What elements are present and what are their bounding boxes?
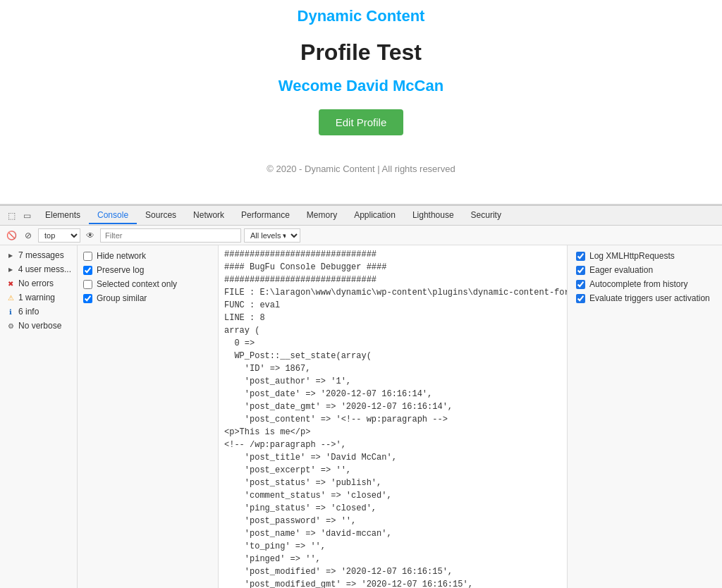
right-options-panel: Log XMLHttpRequests Eager evaluation Aut… — [567, 245, 722, 588]
console-line: 'post_date' => '2020-12-07 16:16:14', — [224, 388, 561, 400]
preserve-log-label: Preserve log — [97, 265, 144, 275]
selected-context-checkbox[interactable] — [83, 280, 92, 289]
tab-lighthouse[interactable]: Lighthouse — [404, 207, 463, 224]
console-line: 'post_excerpt' => '', — [224, 464, 561, 477]
gear-icon: ⚙ — [6, 321, 16, 331]
tab-memory[interactable]: Memory — [298, 207, 345, 224]
console-line: 'comment_status' => 'closed', — [224, 489, 561, 502]
context-selector[interactable]: top — [38, 228, 80, 243]
console-line: 'ID' => 1867, — [224, 362, 561, 375]
option-group-similar: Group similar — [83, 293, 212, 303]
edit-profile-button[interactable]: Edit Profile — [319, 109, 404, 135]
console-sidebar: ▶ 7 messages ▶ 4 user mess... ✖ No error… — [0, 245, 78, 588]
tab-console[interactable]: Console — [89, 207, 137, 224]
console-line: ############################## — [224, 274, 561, 286]
devtools-device-icon[interactable]: ▭ — [20, 209, 34, 223]
sidebar-item-info[interactable]: ℹ 6 info — [0, 305, 77, 319]
console-line: 0 => — [224, 337, 561, 350]
option-selected-context: Selected context only — [83, 279, 212, 289]
right-option-autocomplete: Autocomplete from history — [576, 279, 714, 289]
options-and-console: Hide network Preserve log Selected conte… — [78, 245, 722, 588]
triangle-icon: ▶ — [6, 264, 16, 274]
sidebar-user-messages-label: 4 user mess... — [18, 264, 71, 274]
tab-sources[interactable]: Sources — [137, 207, 185, 224]
sidebar-info-label: 6 info — [18, 307, 39, 317]
tab-application[interactable]: Application — [345, 207, 404, 224]
eye-icon[interactable]: 👁 — [83, 228, 97, 243]
sidebar-item-messages[interactable]: ▶ 7 messages — [0, 248, 77, 262]
console-line: 'post_name' => 'david-mccan', — [224, 527, 561, 540]
console-line: #### BugFu Console Debugger #### — [224, 261, 561, 274]
site-title: Dynamic Content — [298, 7, 425, 25]
tab-security[interactable]: Security — [463, 207, 510, 224]
sidebar-item-verbose[interactable]: ⚙ No verbose — [0, 319, 77, 333]
console-line: 'pinged' => '', — [224, 553, 561, 565]
footer-text: © 2020 - Dynamic Content | All rights re… — [267, 164, 455, 174]
error-icon: ✖ — [6, 278, 16, 288]
sidebar-item-errors[interactable]: ✖ No errors — [0, 276, 77, 290]
sidebar-item-user-messages[interactable]: ▶ 4 user mess... — [0, 262, 77, 276]
console-line: ############################## — [224, 248, 561, 261]
autocomplete-checkbox[interactable] — [576, 280, 585, 289]
group-similar-label: Group similar — [97, 293, 147, 303]
triangle-icon: ▶ — [6, 250, 16, 260]
console-line: 'post_author' => '1', — [224, 375, 561, 388]
info-icon: ℹ — [6, 307, 16, 317]
group-similar-checkbox[interactable] — [83, 294, 92, 303]
tab-elements[interactable]: Elements — [37, 207, 89, 224]
clear-console-icon[interactable]: 🚫 — [4, 228, 18, 243]
sidebar-item-warnings[interactable]: ⚠ 1 warning — [0, 290, 77, 305]
eager-eval-label: Eager evaluation — [589, 265, 653, 275]
console-line: array ( — [224, 324, 561, 337]
right-option-evaluate-triggers: Evaluate triggers user activation — [576, 293, 714, 303]
hide-network-label: Hide network — [97, 251, 146, 261]
website-preview: Dynamic Content Profile Test Wecome Davi… — [0, 0, 722, 204]
console-line: FILE : E:\laragon\www\dynamic\wp-content… — [224, 286, 561, 299]
devtools-inspect-icon[interactable]: ⬚ — [4, 209, 18, 223]
devtools-panel: ⬚ ▭ Elements Console Sources Network Per… — [0, 204, 722, 588]
tab-network[interactable]: Network — [185, 207, 233, 224]
console-with-right: ################################## BugFu… — [219, 245, 722, 588]
console-line: 'post_content' => '<!-- wp:paragraph --> — [224, 413, 561, 426]
console-line: 'post_status' => 'publish', — [224, 477, 561, 489]
console-line: 'post_date_gmt' => '2020-12-07 16:16:14'… — [224, 400, 561, 413]
log-xhr-label: Log XMLHttpRequests — [589, 251, 675, 261]
console-line: WP_Post::__set_state(array( — [224, 350, 561, 362]
filter-input[interactable] — [100, 228, 241, 243]
console-output[interactable]: ################################## BugFu… — [219, 245, 567, 588]
log-xhr-checkbox[interactable] — [576, 252, 585, 261]
console-line: LINE : 8 — [224, 312, 561, 324]
sidebar-verbose-label: No verbose — [18, 321, 61, 331]
hide-network-checkbox[interactable] — [83, 252, 92, 261]
autocomplete-label: Autocomplete from history — [589, 279, 687, 289]
devtools-tabbar: ⬚ ▭ Elements Console Sources Network Per… — [0, 206, 722, 226]
console-line: <p>This is me</p> — [224, 426, 561, 439]
console-line: <!-- /wp:paragraph -->', — [224, 439, 561, 451]
evaluate-triggers-label: Evaluate triggers user activation — [589, 293, 710, 303]
option-preserve-log: Preserve log — [83, 265, 212, 275]
sidebar-errors-label: No errors — [18, 278, 54, 288]
eager-eval-checkbox[interactable] — [576, 266, 585, 275]
tab-performance[interactable]: Performance — [233, 207, 298, 224]
sidebar-messages-label: 7 messages — [18, 250, 64, 260]
console-filter-icon[interactable]: ⊘ — [21, 228, 35, 243]
middle-area: Hide network Preserve log Selected conte… — [78, 245, 722, 588]
preserve-log-checkbox[interactable] — [83, 266, 92, 275]
right-option-eager: Eager evaluation — [576, 265, 714, 275]
console-line: 'post_modified_gmt' => '2020-12-07 16:16… — [224, 578, 561, 588]
console-line: 'post_password' => '', — [224, 515, 561, 527]
console-line: 'post_title' => 'David McCan', — [224, 451, 561, 464]
evaluate-triggers-checkbox[interactable] — [576, 294, 585, 303]
console-line: 'to_ping' => '', — [224, 540, 561, 553]
log-levels-selector[interactable]: All levels ▾ — [244, 228, 300, 243]
devtools-toolbar: 🚫 ⊘ top 👁 All levels ▾ — [0, 226, 722, 245]
console-line: 'ping_status' => 'closed', — [224, 502, 561, 515]
option-hide-network: Hide network — [83, 251, 212, 261]
welcome-message: Wecome David McCan — [279, 77, 443, 95]
sidebar-warnings-label: 1 warning — [18, 293, 55, 302]
devtools-body: ▶ 7 messages ▶ 4 user mess... ✖ No error… — [0, 245, 722, 588]
console-line: 'post_modified' => '2020-12-07 16:16:15'… — [224, 565, 561, 578]
selected-context-label: Selected context only — [97, 279, 177, 289]
console-line: FUNC : eval — [224, 299, 561, 312]
console-options-panel: Hide network Preserve log Selected conte… — [78, 245, 219, 588]
